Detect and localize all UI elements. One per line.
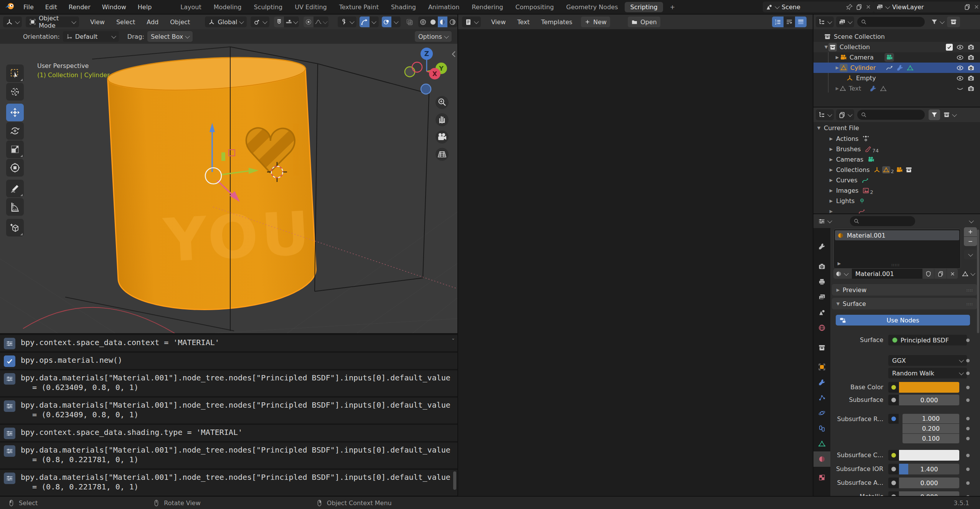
use-nodes-button[interactable]: Use Nodes [836, 315, 970, 326]
decorator-dot[interactable] [966, 417, 970, 420]
tab-uv-editing[interactable]: UV Editing [289, 2, 332, 12]
scene-selector[interactable]: Scene [763, 2, 874, 12]
shading-solid[interactable] [428, 17, 438, 27]
text-menu-text[interactable]: Text [511, 15, 535, 29]
subsurface-socket[interactable] [888, 395, 899, 405]
duplicate-material-button[interactable] [934, 269, 947, 279]
tab-scripting[interactable]: Scripting [625, 2, 663, 12]
subsurface-color-socket[interactable] [888, 450, 899, 461]
tab-sculpting[interactable]: Sculpting [248, 2, 288, 12]
base-color-socket[interactable] [888, 382, 899, 393]
zoom-button[interactable] [436, 96, 449, 109]
viewport-menu-select[interactable]: Select [111, 15, 141, 29]
radius-z-field[interactable]: 0.100 [902, 434, 959, 443]
disclosure-triangle[interactable]: ▶ [835, 55, 840, 60]
scrollbar-thumb[interactable] [977, 230, 979, 333]
annotate-tool[interactable] [6, 180, 24, 197]
disclosure-triangle[interactable]: ▶ [829, 178, 833, 183]
tab-constraints[interactable] [813, 421, 830, 436]
sidebar-collapse-arrow[interactable] [452, 51, 455, 57]
tab-render[interactable] [813, 259, 830, 274]
camera-view-button[interactable] [436, 131, 449, 144]
blend-file-row-current-file[interactable]: ▼ Current File [813, 123, 980, 133]
slot-specials-dropdown[interactable] [964, 250, 977, 259]
editor-type-dropdown[interactable] [816, 216, 834, 226]
blend-file-row-curves[interactable]: ▶ Curves [813, 175, 980, 185]
editor-type-dropdown[interactable] [462, 17, 481, 27]
subsurface-ior-socket[interactable] [888, 464, 899, 474]
shading-rendered[interactable] [447, 17, 457, 27]
mode-dropdown[interactable]: Object Mode [26, 17, 79, 27]
base-color-swatch[interactable] [899, 382, 959, 393]
disclosure-triangle[interactable]: ▶ [829, 157, 833, 162]
eye-icon[interactable] [956, 74, 964, 82]
viewlayer-selector[interactable]: ViewLayer [873, 2, 980, 12]
properties-options-chevron[interactable] [969, 218, 974, 223]
disclosure-triangle[interactable]: ▼ [824, 45, 828, 50]
log-entry[interactable]: bpy.ops.material.new() [0, 353, 457, 369]
eye-closed-icon[interactable] [956, 85, 964, 93]
viewport-menu-add[interactable]: Add [141, 15, 164, 29]
decorator-dot[interactable] [966, 359, 970, 362]
blender-logo-icon[interactable] [5, 2, 15, 12]
tab-modeling[interactable]: Modeling [208, 2, 247, 12]
outliner-row-cylinder-selected[interactable]: ▶ Cylinder [813, 63, 980, 73]
subsurface-aniso-socket[interactable] [888, 478, 899, 488]
eye-icon[interactable] [956, 64, 964, 72]
decorator-dot[interactable] [966, 454, 970, 457]
subsurface-color-swatch[interactable] [899, 450, 959, 461]
syntax-highlight-toggle[interactable] [795, 17, 807, 27]
tab-shading[interactable]: Shading [386, 2, 421, 12]
measure-tool[interactable] [6, 198, 24, 216]
outliner-row-camera[interactable]: ▶ Camera [813, 52, 980, 63]
disclosure-triangle[interactable]: ▶ [829, 136, 833, 141]
outliner-display-mode-dropdown[interactable] [816, 17, 834, 27]
move-tool[interactable] [6, 104, 24, 121]
pan-hand-button[interactable] [436, 113, 449, 126]
menu-edit[interactable]: Edit [40, 0, 63, 14]
decorator-dot[interactable] [966, 481, 970, 485]
blend-file-row-collections[interactable]: ▶ Collections 2 [813, 165, 980, 175]
id-type-dropdown[interactable] [941, 109, 959, 120]
scale-tool[interactable] [6, 140, 24, 158]
viewport-menu-view[interactable]: View [84, 15, 111, 29]
overlays-settings-dropdown[interactable] [391, 17, 401, 27]
filter-toggle-active[interactable] [929, 109, 940, 120]
distribution-dropdown[interactable]: GGX [888, 355, 967, 366]
gizmo-settings-dropdown[interactable] [370, 17, 379, 27]
disclosure-triangle[interactable]: ▶ [829, 198, 833, 203]
tab-rendering[interactable]: Rendering [467, 2, 509, 12]
text-menu-templates[interactable]: Templates [535, 15, 578, 29]
outliner-scope-dropdown[interactable] [836, 17, 854, 27]
drag-mode-dropdown[interactable]: Select Box [147, 31, 193, 42]
preview-panel-header[interactable]: ▶ Preview :::: [832, 284, 977, 296]
fake-user-button[interactable] [922, 269, 934, 279]
outliner-row-empty[interactable]: Empty [813, 73, 980, 83]
outliner-display-mode-dropdown[interactable] [816, 109, 834, 120]
disclosure-triangle[interactable]: ▶ [835, 65, 840, 70]
blend-file-row-actions[interactable]: ▶ Actions [813, 134, 980, 144]
proportional-falloff-dropdown[interactable] [313, 17, 328, 27]
subsurface-aniso-field[interactable]: 0.000 [899, 478, 959, 488]
metallic-socket[interactable] [888, 491, 899, 496]
blend-file-search-input[interactable] [857, 110, 925, 120]
metallic-field[interactable]: 0.000 [899, 491, 959, 496]
blend-file-row-lights[interactable]: ▶ Lights [813, 196, 980, 206]
outliner-search-input[interactable] [857, 17, 925, 27]
surface-panel-header[interactable]: ▼ Surface :::: [832, 298, 977, 309]
snap-settings-dropdown[interactable] [284, 17, 299, 27]
options-dropdown[interactable]: Options [415, 31, 452, 42]
text-editor-body[interactable] [458, 29, 813, 496]
disclosure-triangle[interactable]: ▶ [829, 147, 833, 152]
menu-render[interactable]: Render [63, 0, 96, 14]
outliner-row-collection[interactable]: ▼ Collection [813, 42, 980, 52]
ortho-grid-button[interactable] [436, 148, 449, 161]
pin-icon[interactable] [846, 3, 853, 10]
properties-search-input[interactable] [850, 216, 915, 226]
material-slot-selected[interactable]: Material.001 [835, 230, 959, 240]
show-overlays-toggle[interactable] [382, 17, 392, 27]
camera-restriction-icon[interactable] [967, 74, 975, 82]
blend-file-row-images[interactable]: ▶ Images 2 [813, 185, 980, 196]
decorator-dot[interactable] [966, 468, 970, 471]
orientation-default-dropdown[interactable]: Default [63, 31, 119, 42]
